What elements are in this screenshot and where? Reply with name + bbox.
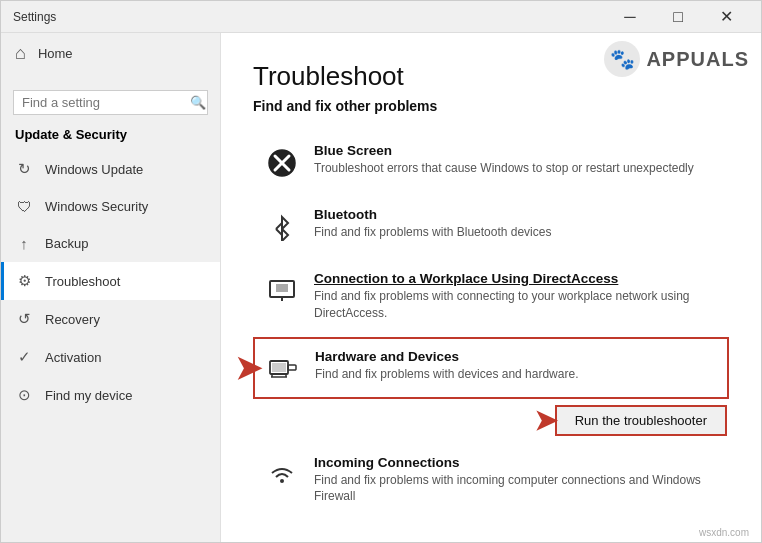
blue-screen-desc: Troubleshoot errors that cause Windows t… [314, 160, 718, 177]
minimize-button[interactable]: ─ [607, 3, 653, 31]
sidebar-item-label: Find my device [45, 388, 132, 403]
troubleshoot-item-incoming[interactable]: Incoming Connections Find and fix proble… [253, 444, 729, 517]
run-button-row: ➤ Run the troubleshooter [253, 405, 729, 436]
svg-rect-6 [276, 284, 288, 292]
activation-icon: ✓ [15, 348, 33, 366]
run-troubleshooter-button[interactable]: Run the troubleshooter [555, 405, 727, 436]
bluetooth-name: Bluetooth [314, 207, 718, 222]
page-subtitle: Find and fix other problems [253, 98, 729, 114]
incoming-icon [264, 457, 300, 493]
blue-screen-icon [264, 145, 300, 181]
blue-screen-text: Blue Screen Troubleshoot errors that cau… [314, 143, 718, 177]
sidebar-item-windows-security[interactable]: 🛡 Windows Security [1, 188, 220, 225]
title-bar: Settings ─ □ ✕ [1, 1, 761, 33]
hardware-name: Hardware and Devices [315, 349, 717, 364]
settings-window: Settings ─ □ ✕ ⌂ Home 🔍 Update & Securit… [0, 0, 762, 543]
close-button[interactable]: ✕ [703, 3, 749, 31]
sidebar-item-label: Backup [45, 236, 88, 251]
bluetooth-desc: Find and fix problems with Bluetooth dev… [314, 224, 718, 241]
blue-screen-name: Blue Screen [314, 143, 718, 158]
sidebar-item-troubleshoot[interactable]: ⚙ Troubleshoot [1, 262, 220, 300]
hardware-desc: Find and fix problems with devices and h… [315, 366, 717, 383]
hardware-icon [265, 351, 301, 387]
recovery-icon: ↺ [15, 310, 33, 328]
sidebar-item-windows-update[interactable]: ↻ Windows Update [1, 150, 220, 188]
troubleshoot-item-bluetooth[interactable]: Bluetooth Find and fix problems with Blu… [253, 196, 729, 256]
sidebar-search-box[interactable]: 🔍 [13, 90, 208, 115]
sidebar-item-home[interactable]: ⌂ Home [1, 33, 220, 74]
troubleshoot-item-directaccess[interactable]: Connection to a Workplace Using DirectAc… [253, 260, 729, 333]
backup-icon: ↑ [15, 235, 33, 252]
hardware-text: Hardware and Devices Find and fix proble… [315, 349, 717, 383]
svg-point-15 [280, 479, 284, 483]
incoming-desc: Find and fix problems with incoming comp… [314, 472, 718, 506]
sidebar-item-label: Windows Security [45, 199, 148, 214]
sidebar-item-activation[interactable]: ✓ Activation [1, 338, 220, 376]
window-title: Settings [13, 10, 56, 24]
arrow-left: ➤ [235, 349, 262, 387]
sidebar-item-backup[interactable]: ↑ Backup [1, 225, 220, 262]
home-icon: ⌂ [15, 43, 26, 64]
watermark: 🐾 APPUALS [604, 41, 749, 77]
sidebar-item-label: Windows Update [45, 162, 143, 177]
svg-rect-10 [272, 363, 286, 372]
sidebar: ⌂ Home 🔍 Update & Security ↻ Windows Upd… [1, 33, 221, 542]
incoming-name: Incoming Connections [314, 455, 718, 470]
main-content: ⌂ Home 🔍 Update & Security ↻ Windows Upd… [1, 33, 761, 542]
incoming-text: Incoming Connections Find and fix proble… [314, 455, 718, 506]
troubleshoot-item-blue-screen[interactable]: Blue Screen Troubleshoot errors that cau… [253, 132, 729, 192]
svg-rect-11 [288, 365, 296, 370]
sidebar-item-label: Recovery [45, 312, 100, 327]
sidebar-item-label: Troubleshoot [45, 274, 120, 289]
bluetooth-text: Bluetooth Find and fix problems with Blu… [314, 207, 718, 241]
sidebar-item-recovery[interactable]: ↺ Recovery [1, 300, 220, 338]
sidebar-home-label: Home [38, 46, 73, 61]
sidebar-item-label: Activation [45, 350, 101, 365]
windows-update-icon: ↻ [15, 160, 33, 178]
bluetooth-icon [264, 209, 300, 245]
watermark-url: wsxdn.com [699, 527, 749, 538]
directaccess-name: Connection to a Workplace Using DirectAc… [314, 271, 718, 286]
watermark-logo: 🐾 [604, 41, 640, 77]
arrow-right: ➤ [534, 404, 557, 437]
search-input[interactable] [22, 95, 190, 110]
directaccess-text: Connection to a Workplace Using DirectAc… [314, 271, 718, 322]
directaccess-desc: Find and fix problems with connecting to… [314, 288, 718, 322]
main-panel: 🐾 APPUALS Troubleshoot Find and fix othe… [221, 33, 761, 542]
directaccess-icon [264, 273, 300, 309]
find-my-device-icon: ⊙ [15, 386, 33, 404]
window-controls: ─ □ ✕ [607, 3, 749, 31]
search-icon: 🔍 [190, 95, 206, 110]
sidebar-section-title: Update & Security [1, 123, 220, 150]
maximize-button[interactable]: □ [655, 3, 701, 31]
watermark-text: APPUALS [646, 48, 749, 71]
troubleshoot-icon: ⚙ [15, 272, 33, 290]
windows-security-icon: 🛡 [15, 198, 33, 215]
troubleshoot-item-hardware[interactable]: Hardware and Devices Find and fix proble… [253, 337, 729, 399]
sidebar-item-find-my-device[interactable]: ⊙ Find my device [1, 376, 220, 414]
